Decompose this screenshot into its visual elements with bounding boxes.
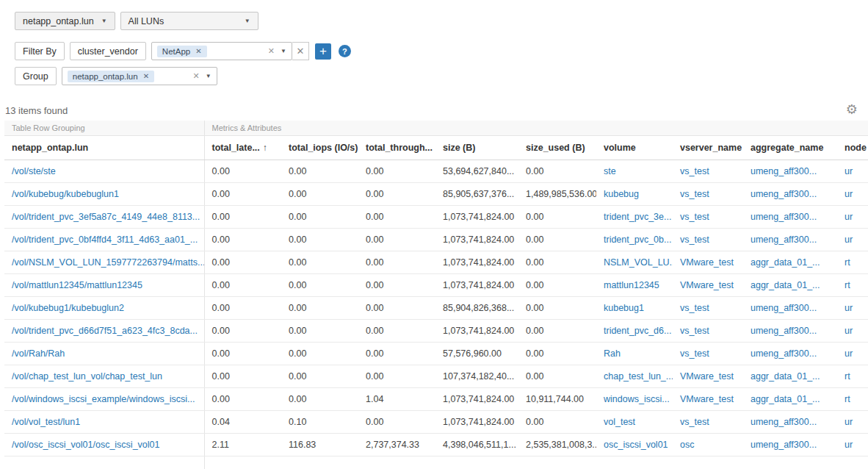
cell-link[interactable]: ur (845, 234, 853, 245)
cell-link[interactable]: umeng_aff300... (751, 212, 817, 222)
cell-link[interactable]: rt (845, 280, 850, 290)
column-header-size-b[interactable]: size (B) (435, 136, 518, 160)
group-button[interactable]: Group (15, 67, 57, 85)
column-header-volume[interactable]: volume (596, 136, 673, 160)
cell-link[interactable]: umeng_aff300... (751, 440, 817, 450)
cell-link[interactable]: ur (845, 417, 853, 427)
cell-link[interactable]: vs_test (680, 234, 709, 245)
cell-link[interactable]: aggr_data_01_... (751, 371, 820, 382)
chip-remove-icon[interactable]: ✕ (195, 48, 201, 55)
cell-value: 0.00 (366, 212, 383, 222)
cell-link[interactable]: aggr_data_01_... (751, 257, 820, 268)
cell-link[interactable]: VMware_test (680, 371, 734, 382)
remove-filter-button[interactable]: ✕ (292, 42, 309, 60)
cell-link[interactable]: vs_test (680, 189, 709, 199)
view-dropdown[interactable]: All LUNs ▼ (120, 12, 258, 30)
column-header-size-used-b[interactable]: size_used (B) (518, 136, 596, 160)
lun-link[interactable]: /vol/ste/ste (12, 166, 56, 176)
lun-link[interactable]: /vol/trident_pvc_0bf4ffd4_3f11_4d63_aa01… (12, 234, 198, 245)
column-header-vserver-name[interactable]: vserver_name (673, 136, 743, 160)
lun-link[interactable]: /vol/vol_test/lun1 (12, 417, 80, 427)
lun-link[interactable]: /vol/mattlun12345/mattlun12345 (12, 280, 142, 290)
cell-link[interactable]: ur (845, 303, 853, 313)
cell-link[interactable]: ur (845, 326, 853, 336)
lun-link[interactable]: /vol/Rah/Rah (12, 348, 65, 359)
cell-link[interactable]: kubebug1 (604, 303, 644, 313)
column-header-total-late[interactable]: total_late...↑ (204, 136, 281, 160)
cell-link[interactable]: kubebug (604, 189, 639, 199)
cell-link[interactable]: vs_test (680, 303, 709, 313)
lun-link[interactable]: /vol/kubebug1/kubebuglun2 (12, 303, 124, 313)
filter-value-chip[interactable]: NetApp ✕ (157, 46, 207, 57)
cell-link[interactable]: ste (604, 166, 616, 176)
group-value-chip[interactable]: netapp_ontap.lun ✕ (68, 71, 154, 82)
cell-link[interactable]: umeng_aff300... (751, 348, 817, 359)
cell-value: 0.00 (289, 371, 306, 382)
lun-link[interactable]: /vol/osc_iscsi_vol01/osc_iscsi_vol01 (12, 440, 159, 450)
lun-link[interactable]: /vol/NSLM_VOL_LUN_1597772263794/matts... (12, 257, 204, 268)
cell-link[interactable]: rt (845, 257, 850, 268)
filter-value-combo[interactable]: NetApp ✕ ✕ ▼ (151, 42, 292, 60)
column-header-node[interactable]: node (837, 136, 868, 160)
column-header-total-iops-io-s[interactable]: total_iops (IO/s) (281, 136, 358, 160)
cell-value: 0.00 (212, 348, 230, 359)
object-type-label: netapp_ontap.lun (23, 16, 94, 26)
cell-link[interactable]: ur (845, 212, 853, 222)
cell-link[interactable]: vs_test (680, 166, 709, 176)
cell-link[interactable]: mattlun12345 (604, 280, 659, 290)
filter-field-box[interactable]: cluster_vendor (70, 42, 146, 60)
gear-icon[interactable]: ⚙ (846, 103, 858, 116)
help-icon[interactable]: ? (339, 45, 351, 57)
cell-link[interactable]: NSLM_VOL_LU... (604, 257, 673, 268)
object-type-dropdown[interactable]: netapp_ontap.lun ▼ (15, 12, 115, 30)
cell-link[interactable]: chap_test_lun_... (604, 371, 673, 382)
cell-link[interactable]: umeng_aff300... (751, 234, 817, 245)
sort-ascending-icon[interactable]: ↑ (263, 143, 267, 153)
chevron-down-icon[interactable]: ▼ (281, 49, 286, 54)
cell-link[interactable]: vs_test (680, 212, 709, 222)
lun-link[interactable]: /vol/kubebug/kubebuglun1 (12, 189, 119, 199)
filter-by-button[interactable]: Filter By (15, 42, 65, 60)
cell-link[interactable]: osc_iscsi_vol01 (604, 440, 668, 450)
cell-link[interactable]: vs_test (680, 417, 709, 427)
cell-link[interactable]: umeng_aff300... (751, 303, 817, 313)
cell-link[interactable]: vol_test (604, 417, 635, 427)
lun-link[interactable]: /vol/chap_test_lun_vol/chap_test_lun (12, 371, 162, 382)
cell-link[interactable]: Rah (604, 348, 621, 359)
cell-link[interactable]: ur (845, 189, 853, 199)
column-header-netapp-ontap-lun[interactable]: netapp_ontap.lun (4, 136, 204, 160)
cell-value: 0.00 (366, 234, 383, 245)
cell-link[interactable]: trident_pvc_3e... (604, 212, 671, 222)
cell-link[interactable]: trident_pvc_d6... (604, 326, 671, 336)
column-header-total-through[interactable]: total_through... (358, 136, 435, 160)
cell-link[interactable]: trident_pvc_0b... (604, 234, 671, 245)
cell-link[interactable]: umeng_aff300... (751, 326, 817, 336)
combo-clear-icon[interactable]: ✕ (268, 47, 275, 55)
cell-link[interactable]: VMware_test (680, 394, 734, 404)
lun-link[interactable]: /vol/trident_pvc_3ef5a87c_4149_44e8_8113… (12, 212, 200, 222)
lun-link[interactable]: /vol/trident_pvc_d66d7f51_a623_4fc3_8cda… (12, 326, 198, 336)
cell-link[interactable]: umeng_aff300... (751, 189, 817, 199)
cell-link[interactable]: VMware_test (680, 280, 734, 290)
cell-link[interactable]: aggr_data_01_... (751, 280, 820, 290)
combo-clear-icon[interactable]: ✕ (193, 72, 200, 80)
cell-link[interactable]: windows_iscsi... (604, 394, 670, 404)
cell-link[interactable]: rt (845, 371, 850, 382)
lun-link[interactable]: /vol/windows_iscsi_example/windows_iscsi… (12, 394, 195, 404)
cell-link[interactable]: ur (845, 348, 853, 359)
add-filter-button[interactable]: + (315, 43, 331, 60)
cell-link[interactable]: ur (845, 166, 853, 176)
chevron-down-icon[interactable]: ▼ (206, 74, 211, 79)
cell-link[interactable]: umeng_aff300... (751, 417, 817, 427)
cell-link[interactable]: rt (845, 394, 850, 404)
chip-remove-icon[interactable]: ✕ (143, 73, 149, 80)
cell-link[interactable]: vs_test (680, 348, 709, 359)
cell-link[interactable]: VMware_test (680, 257, 734, 268)
column-header-aggregate-name[interactable]: aggregate_name (743, 136, 837, 160)
cell-link[interactable]: osc (680, 440, 694, 450)
group-value-combo[interactable]: netapp_ontap.lun ✕ ✕ ▼ (62, 67, 217, 85)
cell-link[interactable]: vs_test (680, 326, 709, 336)
cell-link[interactable]: umeng_aff300... (751, 166, 817, 176)
cell-link[interactable]: aggr_data_01_... (751, 394, 820, 404)
cell-link[interactable]: ur (845, 440, 853, 450)
